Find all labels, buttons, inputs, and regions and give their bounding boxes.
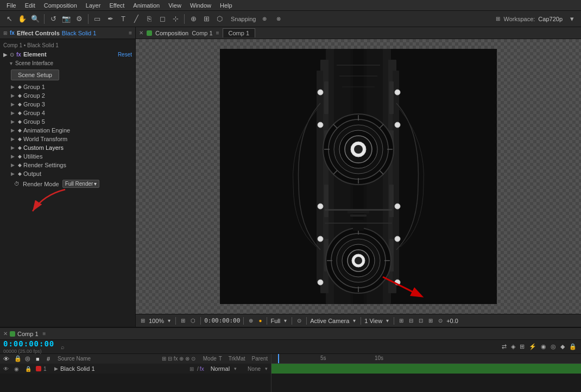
tree-group-3[interactable]: ▶ ◆ Group 3: [0, 100, 135, 109]
zoom-level[interactable]: 100%: [149, 318, 164, 324]
comp-color-btn[interactable]: ●: [257, 318, 263, 324]
timeline-playhead[interactable]: [278, 354, 279, 363]
menu-animation[interactable]: Animation: [129, 2, 164, 9]
align-tool[interactable]: ⊞: [200, 13, 212, 25]
tree-render-settings[interactable]: ▶ ◆ Render Settings: [0, 161, 135, 169]
quality-display[interactable]: Full: [270, 318, 280, 324]
view-count-dropdown-btn[interactable]: ▾: [384, 318, 390, 324]
tree-utilities[interactable]: ▶ ◆ Utilities: [0, 152, 135, 161]
menu-file[interactable]: File: [2, 2, 21, 9]
menu-edit[interactable]: Edit: [21, 2, 40, 9]
safe-zone-btn[interactable]: ⊡: [417, 318, 425, 324]
mask-tool[interactable]: ⬡: [213, 13, 225, 25]
settings-tool[interactable]: ⚙: [73, 13, 85, 25]
svg-rect-12: [389, 81, 394, 114]
timeline-col-headers: 👁 🔒 ◎ ■ # Source Name ⊞ ⊟ fx ⊕ ⊗ ⊙ Mode …: [0, 354, 271, 364]
tree-group-1[interactable]: ▶ ◆ Group 1: [0, 83, 135, 91]
scene-setup-button[interactable]: Scene Setup: [11, 69, 59, 80]
hand-tool[interactable]: ✋: [16, 13, 28, 25]
panel-close-btn[interactable]: ≡: [129, 30, 132, 36]
quality-dropdown-btn[interactable]: ▾: [282, 318, 288, 324]
clone-tool[interactable]: ⎘: [143, 13, 155, 25]
effect-reset-btn[interactable]: Reset: [118, 52, 132, 58]
grid-overlay-btn[interactable]: ⊞: [397, 318, 405, 324]
layer-mode-dropdown[interactable]: ▾: [234, 366, 237, 371]
color-mgmt-btn[interactable]: ⊙: [437, 318, 444, 324]
timeline-layer-bar[interactable]: [271, 364, 581, 374]
timeline-close-btn[interactable]: ✕: [3, 331, 8, 337]
tree-animation-engine[interactable]: ▶ ◆ Animation Engine: [0, 126, 135, 135]
view-count-label[interactable]: 1 View: [364, 318, 382, 324]
tree-group-4[interactable]: ▶ ◆ Group 4: [0, 109, 135, 117]
ruler-btn[interactable]: ⊟: [407, 318, 415, 324]
pen-tool[interactable]: ✒: [104, 13, 116, 25]
scene-expand[interactable]: ▼: [9, 61, 14, 66]
render-settings-label: Render Settings: [23, 162, 66, 168]
comp-fit-btn[interactable]: ⊞: [139, 318, 147, 324]
zoom-tool[interactable]: 🔍: [29, 13, 41, 25]
comp-mask-btn[interactable]: ⬡: [189, 318, 197, 324]
tree-group-2[interactable]: ▶ ◆ Group 2: [0, 91, 135, 100]
group4-arrow: ▶: [11, 110, 16, 116]
tree-output[interactable]: ▶ ◆ Output: [0, 169, 135, 178]
workspace-expand[interactable]: ▾: [566, 13, 578, 25]
active-camera-label[interactable]: Active Camera: [310, 318, 349, 324]
layer-expand-btn[interactable]: ▶: [54, 366, 58, 371]
workspace-value[interactable]: Cap720p: [538, 16, 563, 22]
layer-lock-btn[interactable]: 🔒: [25, 366, 34, 372]
camera-dropdown-btn[interactable]: ▾: [351, 318, 357, 324]
layer-eye-btn[interactable]: 👁: [3, 366, 12, 372]
timeline-search-btn[interactable]: ⌕: [61, 344, 65, 350]
fast-preview-btn[interactable]: ⊙: [295, 318, 303, 324]
comp-grid-btn[interactable]: ⊞: [179, 318, 187, 324]
pin-tool[interactable]: ⊕: [187, 13, 199, 25]
layer-name[interactable]: Black Solid 1: [60, 365, 95, 372]
shape-rect-tool[interactable]: ▭: [91, 13, 103, 25]
layer-trkmat-none[interactable]: None: [248, 366, 261, 372]
tree-custom-layers[interactable]: ▶ ◆ Custom Layers: [0, 143, 135, 152]
tl-more-btn[interactable]: ◎: [550, 343, 557, 350]
tl-remap-btn[interactable]: ◈: [510, 343, 516, 350]
tl-effects-btn[interactable]: ⚡: [528, 343, 538, 350]
menu-layer[interactable]: Layer: [81, 2, 105, 9]
selection-tool[interactable]: ↖: [3, 13, 15, 25]
comp-snap-btn[interactable]: ⊕: [247, 318, 255, 324]
3d-view-btn[interactable]: ⊞: [427, 318, 434, 324]
effect-eye[interactable]: ⊙: [10, 52, 14, 58]
group1-label: Group 1: [23, 84, 45, 90]
tree-group-5[interactable]: ▶ ◆ Group 5: [0, 117, 135, 126]
tl-transfer-btn[interactable]: ⇄: [501, 343, 508, 350]
snap-btn-1[interactable]: ⊕: [258, 13, 270, 25]
menu-composition[interactable]: Composition: [40, 2, 81, 9]
panel-subtitle: Black Solid 1: [62, 30, 97, 36]
menu-view[interactable]: View: [164, 2, 186, 9]
timeline-timecode[interactable]: 0:00:00:00: [3, 339, 54, 349]
layer-solo-btn[interactable]: ◉: [14, 366, 23, 372]
puppet-tool[interactable]: ⊹: [169, 13, 181, 25]
comp-menu-icon[interactable]: ≡: [216, 30, 219, 36]
eraser-tool[interactable]: ◻: [156, 13, 168, 25]
tl-solo-btn[interactable]: ◆: [559, 343, 566, 350]
effect-toggle[interactable]: ▶: [3, 52, 8, 58]
tl-blending-btn[interactable]: ◉: [540, 343, 547, 350]
menu-help[interactable]: Help: [216, 2, 237, 9]
zoom-dropdown-btn[interactable]: ▾: [166, 318, 172, 324]
layer-trkmat-dropdown[interactable]: ▾: [265, 366, 268, 371]
anim-engine-label: Animation Engine: [23, 127, 70, 134]
snap-btn-2[interactable]: ⊗: [273, 13, 285, 25]
menu-window[interactable]: Window: [186, 2, 216, 9]
camera-tool[interactable]: 📷: [60, 13, 72, 25]
timeline-menu-btn[interactable]: ≡: [43, 331, 46, 337]
text-tool[interactable]: T: [117, 13, 129, 25]
rotation-tool[interactable]: ↺: [47, 13, 59, 25]
tl-lock-btn[interactable]: 🔒: [568, 343, 578, 350]
layer-fx-icon[interactable]: fx: [200, 366, 204, 372]
menu-effect[interactable]: Effect: [105, 2, 129, 9]
comp-tab[interactable]: Comp 1: [223, 28, 256, 37]
layer-mode-value[interactable]: Normal: [211, 365, 230, 372]
comp-canvas[interactable]: [136, 39, 581, 314]
tree-world-transform[interactable]: ▶ ◆ World Transform: [0, 135, 135, 143]
tl-parent-btn[interactable]: ⊞: [519, 343, 526, 350]
brush-tool[interactable]: ╱: [130, 13, 142, 25]
comp-close-btn[interactable]: ✕: [139, 30, 143, 36]
